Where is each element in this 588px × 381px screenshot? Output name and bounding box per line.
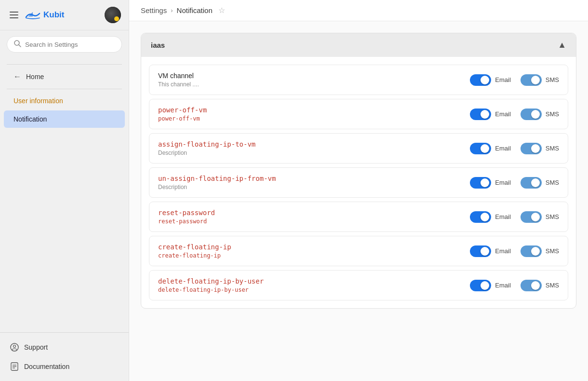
email-label-reset-password: Email — [495, 213, 511, 220]
support-label: Support — [24, 343, 48, 351]
sidebar-item-notification-label: Notification — [13, 115, 47, 123]
notif-subtitle-assign-floating-ip-to-vm: Description — [158, 150, 470, 156]
kubit-logo-icon — [25, 10, 40, 20]
email-label-create-floating-ip: Email — [495, 247, 511, 255]
sms-label-assign-floating-ip-to-vm: SMS — [546, 145, 559, 152]
notif-title-assign-floating-ip-to-vm: assign-floating-ip-to-vm — [158, 140, 470, 148]
email-toggle-group-assign-floating-ip-to-vm: Email — [470, 143, 511, 154]
notif-subtitle-reset-password: reset-password — [158, 218, 470, 225]
support-icon — [10, 342, 19, 352]
hamburger-button[interactable] — [8, 10, 20, 20]
email-toggle-reset-password[interactable] — [470, 211, 491, 223]
collapse-icon[interactable]: ▲ — [558, 40, 566, 50]
notification-item-assign-floating-ip-to-vm: assign-floating-ip-to-vm Description Ema… — [149, 133, 568, 163]
notif-info-assign-floating-ip-to-vm: assign-floating-ip-to-vm Description — [158, 140, 470, 156]
content-area: iaas ▲ VM channel This channel .... Emai… — [129, 21, 588, 381]
sidebar: Kubit ← Home User information Notificati… — [0, 0, 129, 381]
documentation-label: Documentation — [24, 363, 69, 370]
email-toggle-power-off-vm[interactable] — [470, 109, 491, 120]
sms-toggle-power-off-vm[interactable] — [521, 109, 542, 120]
favorite-star-icon[interactable]: ☆ — [218, 6, 225, 15]
email-toggle-create-floating-ip[interactable] — [470, 245, 491, 257]
sms-label-un-assign-floating-ip-from-vm: SMS — [546, 179, 559, 186]
logo-area: Kubit — [25, 10, 100, 20]
sms-label-reset-password: SMS — [546, 213, 559, 220]
email-label-power-off-vm: Email — [495, 110, 511, 118]
sms-toggle-reset-password[interactable] — [521, 211, 542, 223]
sidebar-item-home-label: Home — [26, 73, 44, 81]
email-toggle-un-assign-floating-ip-from-vm[interactable] — [470, 177, 491, 189]
sms-toggle-group-power-off-vm: SMS — [521, 109, 559, 120]
iaas-header: iaas ▲ — [141, 33, 576, 57]
email-toggle-group-power-off-vm: Email — [470, 109, 511, 120]
sms-label-power-off-vm: SMS — [546, 110, 559, 118]
notif-info-delete-floating-ip-by-user: delete-floating-ip-by-user delete-floati… — [158, 277, 470, 293]
sidebar-header: Kubit — [0, 0, 129, 30]
email-label-un-assign-floating-ip-from-vm: Email — [495, 179, 511, 186]
notification-list: VM channel This channel .... Email SMS p… — [141, 57, 576, 308]
email-toggle-delete-floating-ip-by-user[interactable] — [470, 280, 491, 291]
breadcrumb-current: Notification — [177, 6, 213, 14]
notification-item-un-assign-floating-ip-from-vm: un-assign-floating-ip-from-vm Descriptio… — [149, 167, 568, 198]
notif-subtitle-delete-floating-ip-by-user: delete-floating-ip-by-user — [158, 286, 470, 293]
sms-toggle-vm-channel[interactable] — [521, 74, 542, 86]
sidebar-item-notification[interactable]: Notification — [4, 110, 125, 128]
notif-controls-assign-floating-ip-to-vm: Email SMS — [470, 143, 559, 154]
sms-toggle-group-delete-floating-ip-by-user: SMS — [521, 280, 559, 291]
notif-controls-power-off-vm: Email SMS — [470, 109, 559, 120]
search-input[interactable] — [25, 41, 115, 48]
sms-toggle-group-un-assign-floating-ip-from-vm: SMS — [521, 177, 559, 189]
iaas-title: iaas — [151, 41, 165, 49]
sms-toggle-group-reset-password: SMS — [521, 211, 559, 223]
email-toggle-group-reset-password: Email — [470, 211, 511, 223]
sidebar-item-support[interactable]: Support — [0, 338, 129, 357]
notification-item-create-floating-ip: create-floating-ip create-floating-ip Em… — [149, 236, 568, 266]
logo-text: Kubit — [43, 10, 64, 20]
sidebar-item-documentation[interactable]: Documentation — [0, 357, 129, 376]
sms-toggle-un-assign-floating-ip-from-vm[interactable] — [521, 177, 542, 189]
notification-item-reset-password: reset-password reset-password Email SMS — [149, 202, 568, 232]
sms-toggle-group-create-floating-ip: SMS — [521, 245, 559, 257]
sidebar-item-home[interactable]: ← Home — [4, 68, 125, 86]
notif-subtitle-create-floating-ip: create-floating-ip — [158, 252, 470, 259]
email-toggle-group-vm-channel: Email — [470, 74, 511, 86]
notification-item-power-off-vm: power-off-vm power-off-vm Email SMS — [149, 99, 568, 129]
svg-point-3 — [13, 345, 16, 348]
email-label-vm-channel: Email — [495, 76, 511, 83]
email-label-assign-floating-ip-to-vm: Email — [495, 145, 511, 152]
breadcrumb-parent[interactable]: Settings — [141, 6, 167, 14]
email-toggle-vm-channel[interactable] — [470, 74, 491, 86]
search-icon — [14, 40, 21, 49]
notif-subtitle-power-off-vm: power-off-vm — [158, 115, 470, 122]
email-label-delete-floating-ip-by-user: Email — [495, 282, 511, 289]
sms-toggle-assign-floating-ip-to-vm[interactable] — [521, 143, 542, 154]
sms-label-vm-channel: SMS — [546, 76, 559, 83]
breadcrumb-separator: › — [171, 7, 173, 14]
notif-subtitle-un-assign-floating-ip-from-vm: Description — [158, 184, 470, 190]
sidebar-item-user-info-label: User information — [13, 97, 63, 105]
sms-label-create-floating-ip: SMS — [546, 247, 559, 255]
search-bar[interactable] — [7, 36, 122, 53]
notif-title-reset-password: reset-password — [158, 209, 470, 217]
notif-title-un-assign-floating-ip-from-vm: un-assign-floating-ip-from-vm — [158, 175, 470, 182]
sms-toggle-create-floating-ip[interactable] — [521, 245, 542, 257]
notif-controls-vm-channel: Email SMS — [470, 74, 559, 86]
avatar[interactable] — [105, 7, 121, 23]
notif-title-power-off-vm: power-off-vm — [158, 106, 470, 114]
notif-title-delete-floating-ip-by-user: delete-floating-ip-by-user — [158, 277, 470, 285]
notif-controls-reset-password: Email SMS — [470, 211, 559, 223]
notif-info-vm-channel: VM channel This channel .... — [158, 72, 470, 88]
svg-line-1 — [19, 45, 21, 47]
sidebar-item-user-information[interactable]: User information — [4, 92, 125, 109]
email-toggle-group-delete-floating-ip-by-user: Email — [470, 280, 511, 291]
notif-controls-create-floating-ip: Email SMS — [470, 245, 559, 257]
sidebar-nav: ← Home User information Notification — [0, 58, 129, 332]
sms-toggle-group-assign-floating-ip-to-vm: SMS — [521, 143, 559, 154]
notification-item-delete-floating-ip-by-user: delete-floating-ip-by-user delete-floati… — [149, 270, 568, 300]
main-content: Settings › Notification ☆ iaas ▲ VM chan… — [129, 0, 588, 381]
notif-info-reset-password: reset-password reset-password — [158, 209, 470, 225]
back-arrow-icon: ← — [13, 72, 21, 81]
sidebar-footer: Support Documentation — [0, 332, 129, 381]
email-toggle-assign-floating-ip-to-vm[interactable] — [470, 143, 491, 154]
sms-toggle-delete-floating-ip-by-user[interactable] — [521, 280, 542, 291]
